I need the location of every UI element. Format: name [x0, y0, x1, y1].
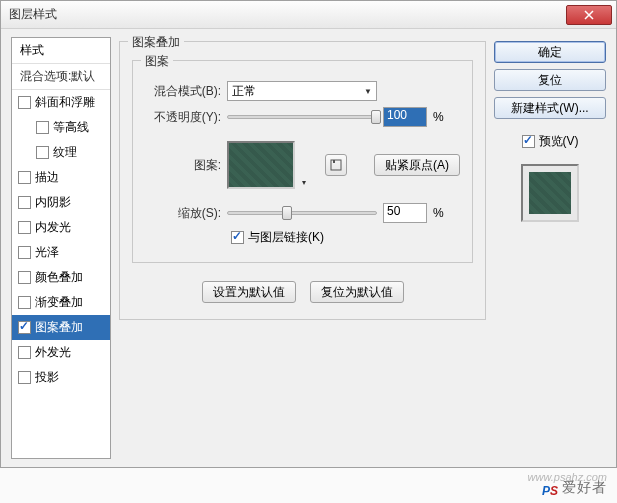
style-item[interactable]: 外发光 — [12, 340, 110, 365]
logo-text: 爱好者 — [562, 479, 607, 497]
settings-panel: 图案叠加 图案 混合模式(B): 正常 ▼ 不透明度(Y): — [119, 37, 486, 459]
pattern-dropdown-icon[interactable]: ▾ — [297, 175, 311, 189]
style-item-checkbox[interactable] — [18, 221, 31, 234]
pattern-row: 图案: ▾ 贴紧原点(A) — [145, 141, 460, 189]
pattern-swatch[interactable] — [227, 141, 295, 189]
dialog-title: 图层样式 — [9, 6, 57, 23]
new-style-button[interactable]: 新建样式(W)... — [494, 97, 606, 119]
style-item-label: 斜面和浮雕 — [35, 94, 95, 111]
style-item-checkbox[interactable] — [18, 346, 31, 359]
style-item[interactable]: 描边 — [12, 165, 110, 190]
preview-row: 预览(V) — [494, 133, 606, 150]
preview-swatch — [529, 172, 571, 214]
new-preset-icon — [330, 159, 342, 171]
style-item[interactable]: 内发光 — [12, 215, 110, 240]
set-default-button[interactable]: 设置为默认值 — [202, 281, 296, 303]
style-item-label: 图案叠加 — [35, 319, 83, 336]
titlebar: 图层样式 — [1, 1, 616, 29]
svg-rect-1 — [333, 160, 335, 163]
ok-button[interactable]: 确定 — [494, 41, 606, 63]
style-item-label: 纹理 — [53, 144, 77, 161]
style-item[interactable]: 内阴影 — [12, 190, 110, 215]
cancel-button[interactable]: 复位 — [494, 69, 606, 91]
logo-ps: PS — [542, 475, 558, 501]
style-item-label: 渐变叠加 — [35, 294, 83, 311]
opacity-slider[interactable] — [227, 115, 377, 119]
style-item-checkbox[interactable] — [18, 271, 31, 284]
style-item[interactable]: 渐变叠加 — [12, 290, 110, 315]
style-item-label: 投影 — [35, 369, 59, 386]
opacity-label: 不透明度(Y): — [145, 109, 221, 126]
style-item-label: 描边 — [35, 169, 59, 186]
preview-checkbox[interactable] — [522, 135, 535, 148]
style-item-label: 等高线 — [53, 119, 89, 136]
style-item-checkbox[interactable] — [18, 371, 31, 384]
close-icon — [584, 10, 594, 20]
layer-style-dialog: 图层样式 样式 混合选项:默认 斜面和浮雕等高线纹理描边内阴影内发光光泽颜色叠加… — [0, 0, 617, 468]
close-button[interactable] — [566, 5, 612, 25]
opacity-unit: % — [433, 110, 444, 124]
style-item[interactable]: 颜色叠加 — [12, 265, 110, 290]
opacity-row: 不透明度(Y): 100 % — [145, 107, 460, 127]
blend-mode-row: 混合模式(B): 正常 ▼ — [145, 81, 460, 101]
style-item-label: 颜色叠加 — [35, 269, 83, 286]
opacity-input[interactable]: 100 — [383, 107, 427, 127]
actions-panel: 确定 复位 新建样式(W)... 预览(V) — [494, 37, 606, 459]
style-item-label: 内阴影 — [35, 194, 71, 211]
style-item[interactable]: 光泽 — [12, 240, 110, 265]
style-item-checkbox[interactable] — [18, 296, 31, 309]
default-buttons-row: 设置为默认值 复位为默认值 — [132, 281, 473, 303]
blend-mode-value: 正常 — [232, 83, 256, 100]
style-item-checkbox[interactable] — [18, 96, 31, 109]
style-item-label: 外发光 — [35, 344, 71, 361]
preview-label: 预览(V) — [539, 133, 579, 150]
scale-input[interactable]: 50 — [383, 203, 427, 223]
section-title: 图案叠加 — [128, 34, 184, 51]
scale-row: 缩放(S): 50 % — [145, 203, 460, 223]
opacity-slider-thumb[interactable] — [371, 110, 381, 124]
chevron-down-icon: ▼ — [364, 87, 372, 96]
style-item-checkbox[interactable] — [36, 146, 49, 159]
styles-panel: 样式 混合选项:默认 斜面和浮雕等高线纹理描边内阴影内发光光泽颜色叠加渐变叠加图… — [11, 37, 111, 459]
style-item-checkbox[interactable] — [36, 121, 49, 134]
link-layer-label: 与图层链接(K) — [248, 229, 324, 246]
style-item[interactable]: 纹理 — [12, 140, 110, 165]
scale-label: 缩放(S): — [145, 205, 221, 222]
scale-unit: % — [433, 206, 444, 220]
style-item-checkbox[interactable] — [18, 321, 31, 334]
svg-rect-0 — [331, 160, 341, 170]
scale-slider-thumb[interactable] — [282, 206, 292, 220]
logo: PS 爱好者 — [542, 475, 607, 501]
pattern-label: 图案: — [145, 157, 221, 174]
footer: www.psahz.com PS 爱好者 — [0, 468, 617, 503]
style-item[interactable]: 等高线 — [12, 115, 110, 140]
pattern-overlay-section: 图案叠加 图案 混合模式(B): 正常 ▼ 不透明度(Y): — [119, 41, 486, 320]
blend-mode-combo[interactable]: 正常 ▼ — [227, 81, 377, 101]
scale-slider[interactable] — [227, 211, 377, 215]
pattern-group-title: 图案 — [141, 53, 173, 70]
style-item-checkbox[interactable] — [18, 196, 31, 209]
style-item[interactable]: 图案叠加 — [12, 315, 110, 340]
snap-origin-button[interactable]: 贴紧原点(A) — [374, 154, 460, 176]
preview-box — [521, 164, 579, 222]
reset-default-button[interactable]: 复位为默认值 — [310, 281, 404, 303]
style-list: 斜面和浮雕等高线纹理描边内阴影内发光光泽颜色叠加渐变叠加图案叠加外发光投影 — [12, 90, 110, 390]
styles-header[interactable]: 样式 — [12, 38, 110, 64]
style-item-checkbox[interactable] — [18, 246, 31, 259]
style-item-label: 内发光 — [35, 219, 71, 236]
style-item[interactable]: 斜面和浮雕 — [12, 90, 110, 115]
new-preset-button[interactable] — [325, 154, 347, 176]
blend-mode-label: 混合模式(B): — [145, 83, 221, 100]
style-item-checkbox[interactable] — [18, 171, 31, 184]
link-layer-row: 与图层链接(K) — [231, 229, 460, 246]
dialog-content: 样式 混合选项:默认 斜面和浮雕等高线纹理描边内阴影内发光光泽颜色叠加渐变叠加图… — [1, 29, 616, 467]
link-layer-checkbox[interactable] — [231, 231, 244, 244]
blend-options-header[interactable]: 混合选项:默认 — [12, 64, 110, 90]
style-item-label: 光泽 — [35, 244, 59, 261]
pattern-group: 图案 混合模式(B): 正常 ▼ 不透明度(Y): 100 — [132, 60, 473, 263]
style-item[interactable]: 投影 — [12, 365, 110, 390]
